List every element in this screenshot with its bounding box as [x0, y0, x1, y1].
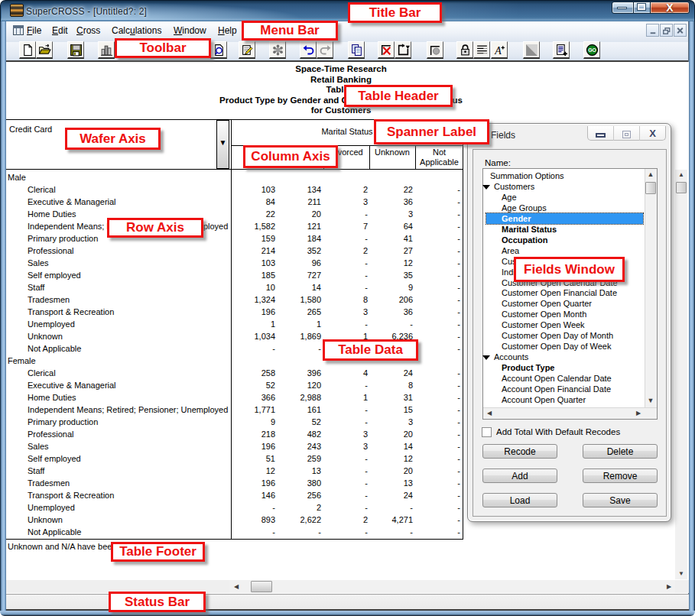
- svg-text:A: A: [494, 44, 502, 56]
- svg-text:GO: GO: [588, 47, 596, 53]
